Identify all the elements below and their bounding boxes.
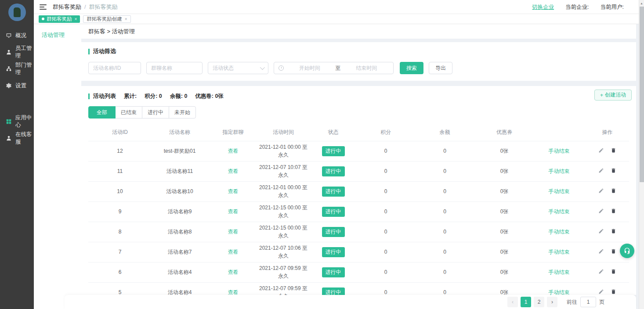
cell-points: 0 — [358, 262, 413, 282]
delete-icon[interactable] — [611, 289, 616, 295]
table-row: 6 活动名称4 查看 2021-12-07 09:59 至永久 进行中 0 0 … — [88, 262, 629, 282]
delete-icon[interactable] — [611, 147, 616, 153]
user-icon — [6, 49, 12, 55]
scroll-up-icon[interactable]: ▲ — [639, 0, 644, 7]
manual-end-link[interactable]: 手动结束 — [549, 188, 570, 194]
end-time-placeholder[interactable]: 结束时间 — [344, 65, 389, 72]
manual-end-link[interactable]: 手动结束 — [549, 269, 570, 275]
col-target-group: 指定群聊 — [208, 124, 258, 141]
cell-time-end: 永久 — [258, 171, 308, 179]
filter-panel: 活动筛选 活动状态 开始时间 至 结束时间 搜索 导出 — [81, 42, 636, 81]
group-name-input[interactable] — [146, 62, 203, 74]
delete-icon[interactable] — [611, 269, 616, 274]
sidebar-item-app-center[interactable]: 应用中心 — [0, 113, 34, 130]
menu-collapse-icon[interactable] — [40, 4, 47, 10]
view-link[interactable]: 查看 — [228, 249, 239, 255]
view-link[interactable]: 查看 — [228, 168, 239, 174]
activity-status-select[interactable]: 活动状态 — [208, 62, 268, 74]
col-activity-time: 活动时间 — [258, 124, 308, 141]
close-icon[interactable]: × — [125, 17, 127, 22]
current-user-label: 当前用户: — [601, 4, 624, 11]
view-link[interactable]: 查看 — [228, 188, 239, 194]
status-tab-ongoing[interactable]: 进行中 — [142, 106, 169, 119]
gear-icon — [6, 83, 12, 89]
cell-activity-id: 12 — [88, 141, 152, 161]
cell-points: 0 — [358, 201, 413, 222]
cell-activity-id: 10 — [88, 181, 152, 201]
delete-icon[interactable] — [611, 208, 616, 214]
table-body: 12 test-群奖励01 查看 2021-12-01 00:00 至永久 进行… — [88, 141, 629, 302]
view-link[interactable]: 查看 — [228, 289, 239, 295]
view-link[interactable]: 查看 — [228, 208, 239, 215]
status-tab-all[interactable]: 全部 — [88, 106, 116, 119]
export-button[interactable]: 导出 — [429, 62, 452, 74]
sidebar-item-staff[interactable]: 员工管理 — [0, 44, 34, 61]
col-coupon: 优惠券 — [476, 124, 532, 141]
edit-icon[interactable] — [598, 269, 604, 274]
status-badge: 进行中 — [322, 146, 345, 156]
col-balance: 余额 — [413, 124, 476, 141]
edit-icon[interactable] — [598, 188, 604, 194]
create-activity-button[interactable]: + 创建活动 — [594, 90, 632, 101]
sidebar-item-department[interactable]: 部门管理 — [0, 61, 34, 77]
sidebar-item-label: 部门管理 — [15, 61, 34, 76]
edit-icon[interactable] — [598, 168, 604, 173]
cell-coupon: 0张 — [476, 141, 532, 161]
view-link[interactable]: 查看 — [228, 148, 239, 154]
delete-icon[interactable] — [611, 188, 616, 194]
table-header-row: 活动ID 活动名称 指定群聊 活动时间 状态 积分 余额 优惠券 操作 — [88, 124, 629, 141]
col-status: 状态 — [308, 124, 358, 141]
switch-company-link[interactable]: 切换企业 — [532, 4, 554, 11]
sidebar-item-settings[interactable]: 设置 — [0, 77, 34, 94]
manual-end-link[interactable]: 手动结束 — [549, 249, 570, 255]
view-link[interactable]: 查看 — [228, 269, 239, 275]
support-icon — [6, 135, 12, 141]
delete-icon[interactable] — [611, 228, 616, 234]
breadcrumb-root[interactable]: 群拓客奖励 — [53, 4, 81, 10]
manual-end-link[interactable]: 手动结束 — [549, 208, 570, 215]
sidebar-item-activity-management[interactable]: 活动管理 — [34, 24, 81, 39]
close-icon[interactable]: × — [75, 17, 77, 22]
edit-icon[interactable] — [598, 208, 604, 214]
manual-end-link[interactable]: 手动结束 — [549, 289, 570, 295]
sidebar-item-label: 员工管理 — [15, 45, 34, 60]
status-tab-ended[interactable]: 已结束 — [115, 106, 142, 119]
delete-icon[interactable] — [611, 168, 616, 173]
cell-points: 0 — [358, 242, 413, 262]
sidebar-item-online-support[interactable]: 在线客服 — [0, 130, 34, 147]
search-button[interactable]: 搜索 — [400, 62, 423, 74]
col-activity-name: 活动名称 — [152, 124, 208, 141]
manual-end-link[interactable]: 手动结束 — [549, 168, 570, 174]
status-badge: 进行中 — [322, 247, 345, 257]
goto-page-input[interactable] — [580, 297, 596, 307]
edit-icon[interactable] — [598, 147, 604, 153]
delete-icon[interactable] — [611, 248, 616, 254]
tab-qtk-reward-create[interactable]: 群拓客奖励创建 × — [83, 15, 130, 23]
next-page-button[interactable]: › — [547, 297, 557, 307]
avatar[interactable] — [8, 4, 26, 21]
cell-points: 0 — [358, 181, 413, 201]
manual-end-link[interactable]: 手动结束 — [549, 148, 570, 154]
cell-points: 0 — [358, 141, 413, 161]
bottom-bar: ‹ 1 2 › 前往 页 — [65, 295, 636, 309]
page-button-2[interactable]: 2 — [534, 297, 544, 307]
prev-page-button[interactable]: ‹ — [507, 297, 518, 307]
manual-end-link[interactable]: 手动结束 — [549, 229, 570, 235]
cell-balance: 0 — [413, 242, 476, 262]
view-link[interactable]: 查看 — [228, 229, 239, 235]
customer-service-button[interactable] — [620, 244, 634, 258]
vertical-scrollbar[interactable]: ▲ — [639, 0, 644, 309]
date-range-picker[interactable]: 开始时间 至 结束时间 — [274, 62, 394, 74]
start-time-placeholder[interactable]: 开始时间 — [287, 65, 332, 72]
cell-time-end: 永久 — [258, 252, 308, 260]
sidebar-item-overview[interactable]: 概况 — [0, 27, 34, 44]
edit-icon[interactable] — [598, 289, 604, 295]
scrollbar-thumb[interactable] — [640, 7, 644, 182]
edit-icon[interactable] — [598, 228, 604, 234]
activity-name-input[interactable] — [88, 62, 141, 74]
status-tab-not-started[interactable]: 未开始 — [169, 106, 196, 119]
edit-icon[interactable] — [598, 248, 604, 254]
tab-qtk-reward[interactable]: 群拓客奖励 × — [39, 15, 80, 23]
sidebar-item-label: 应用中心 — [15, 114, 34, 129]
page-button-1[interactable]: 1 — [521, 297, 531, 307]
